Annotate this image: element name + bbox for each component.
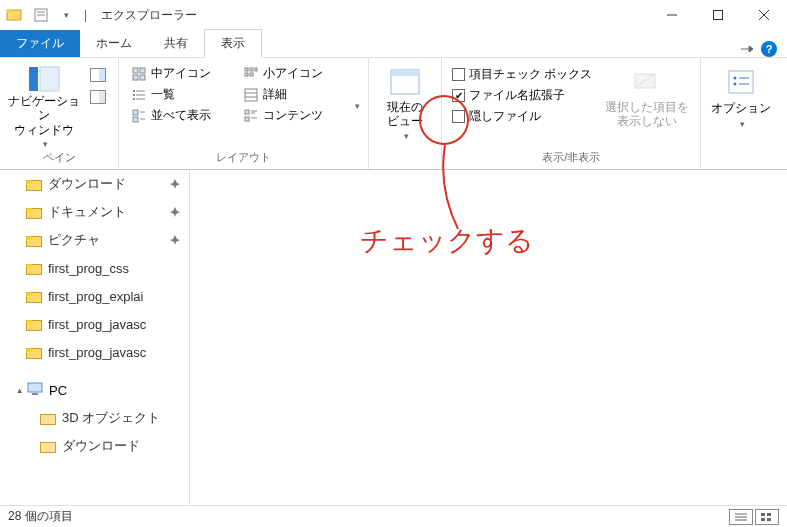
layout-more-icon[interactable]: ▾: [355, 101, 360, 111]
sidebar-item[interactable]: ダウンロード: [0, 170, 189, 198]
sidebar-item-label: ピクチャ: [48, 231, 100, 249]
checkbox-hidden-files-label: 隠しファイル: [469, 108, 541, 125]
navigation-sidebar[interactable]: ダウンロードドキュメントピクチャfirst_prog_cssfirst_prog…: [0, 170, 190, 505]
tab-view[interactable]: 表示: [204, 29, 262, 58]
sidebar-pc-label: PC: [49, 383, 67, 398]
navigation-pane-label: ナビゲーション ウィンドウ: [8, 94, 80, 137]
folder-icon: [26, 344, 42, 360]
qat-dropdown[interactable]: ▾: [54, 4, 76, 26]
hide-selected-icon: [631, 66, 663, 98]
current-view-icon: [389, 66, 421, 98]
preview-pane-icon: [90, 67, 106, 83]
svg-rect-74: [761, 518, 765, 521]
svg-rect-52: [27, 180, 33, 183]
sidebar-item[interactable]: ドキュメント: [0, 198, 189, 226]
ribbon-group-options: オプション▾: [701, 58, 781, 169]
layout-list-label: 一覧: [151, 86, 175, 103]
current-view-button[interactable]: 現在の ビュー▾: [377, 64, 433, 147]
options-label: オプション: [711, 100, 771, 117]
layout-content-button[interactable]: コンテンツ: [239, 106, 349, 125]
ribbon-group-layout: 中アイコン 小アイコン 一覧 詳細: [119, 58, 369, 169]
titlebar: ▾ | エクスプローラー: [0, 0, 787, 30]
window-title: エクスプローラー: [101, 7, 197, 24]
sidebar-item-label: first_prog_css: [48, 261, 129, 276]
ribbon-group-layout-label: レイアウト: [119, 150, 368, 165]
main-pane[interactable]: [190, 170, 787, 505]
maximize-button[interactable]: [695, 0, 741, 30]
svg-rect-17: [133, 75, 138, 80]
sidebar-item-label: first_prog_javasc: [48, 345, 146, 360]
layout-list-button[interactable]: 一覧: [127, 85, 237, 104]
svg-rect-68: [41, 442, 56, 452]
tab-share[interactable]: 共有: [148, 30, 204, 57]
sidebar-item[interactable]: first_prog_javasc: [0, 338, 189, 366]
checkbox-file-extensions[interactable]: ✔ ファイル名拡張子: [450, 85, 594, 106]
view-details-button[interactable]: [729, 509, 753, 525]
pin-icon: [169, 178, 181, 190]
details-pane-button[interactable]: [86, 88, 110, 106]
folder-icon: [26, 316, 42, 332]
svg-rect-73: [767, 513, 771, 516]
help-icon[interactable]: ?: [761, 41, 777, 57]
svg-rect-21: [255, 68, 257, 71]
hide-selected-button[interactable]: 選択した項目を 表示しない: [602, 64, 692, 147]
svg-point-47: [734, 77, 737, 80]
quick-access-toolbar: ▾: [30, 4, 76, 26]
folder-icon: [26, 260, 42, 276]
qat-properties-button[interactable]: [30, 4, 52, 26]
view-icons-button[interactable]: [755, 509, 779, 525]
layout-small-button[interactable]: 小アイコン: [239, 64, 349, 83]
svg-rect-23: [250, 73, 253, 76]
tab-home[interactable]: ホーム: [80, 30, 148, 57]
layout-tiles-button[interactable]: 並べて表示: [127, 106, 237, 125]
pin-icon: [169, 206, 181, 218]
folder-icon: [26, 232, 42, 248]
preview-pane-button[interactable]: [86, 66, 110, 84]
svg-rect-43: [391, 70, 419, 76]
svg-rect-18: [140, 75, 145, 80]
sidebar-item[interactable]: 3D オブジェクト: [0, 404, 189, 432]
ribbon: ナビゲーション ウィンドウ▾ ペイン 中アイコン 小アイコン: [0, 58, 787, 170]
svg-rect-19: [245, 68, 248, 71]
content-icon: [243, 108, 259, 124]
sidebar-item[interactable]: first_prog_css: [0, 254, 189, 282]
layout-details-label: 詳細: [263, 86, 287, 103]
svg-point-49: [734, 83, 737, 86]
status-item-count: 28 個の項目: [8, 508, 73, 525]
ribbon-group-current-view: 現在の ビュー▾: [369, 58, 442, 169]
svg-rect-40: [245, 117, 249, 121]
minimize-button[interactable]: [649, 0, 695, 30]
svg-rect-29: [133, 98, 135, 100]
svg-rect-20: [250, 68, 253, 71]
options-button[interactable]: オプション▾: [709, 64, 773, 147]
navigation-pane-button[interactable]: ナビゲーション ウィンドウ▾: [8, 64, 80, 147]
layout-medium-button[interactable]: 中アイコン: [127, 64, 237, 83]
details-icon: [243, 87, 259, 103]
folder-icon: [26, 176, 42, 192]
sidebar-item[interactable]: ピクチャ: [0, 226, 189, 254]
layout-details-button[interactable]: 詳細: [239, 85, 349, 104]
list-icon: [131, 87, 147, 103]
svg-rect-16: [140, 68, 145, 73]
sidebar-item-label: ドキュメント: [48, 203, 126, 221]
pin-ribbon-icon[interactable]: [739, 41, 755, 57]
sidebar-item[interactable]: ダウンロード: [0, 432, 189, 460]
sidebar-item-label: first_prog_javasc: [48, 317, 146, 332]
checkbox-icon: [452, 110, 465, 123]
svg-rect-56: [27, 236, 33, 239]
checkbox-item-boxes[interactable]: 項目チェック ボックス: [450, 64, 594, 85]
ribbon-group-show-hide: 項目チェック ボックス ✔ ファイル名拡張子 隠しファイル 選択した項目を 表示…: [442, 58, 701, 169]
sidebar-item-label: first_prog_explai: [48, 289, 143, 304]
layout-content-label: コンテンツ: [263, 107, 323, 124]
close-button[interactable]: [741, 0, 787, 30]
statusbar: 28 個の項目: [0, 505, 787, 527]
svg-rect-37: [245, 110, 249, 114]
sidebar-item[interactable]: first_prog_explai: [0, 282, 189, 310]
folder-icon: [26, 288, 42, 304]
sidebar-item[interactable]: first_prog_javasc: [0, 310, 189, 338]
checkbox-hidden-files[interactable]: 隠しファイル: [450, 106, 594, 127]
pin-icon: [169, 234, 181, 246]
ribbon-group-pane-label: ペイン: [0, 150, 118, 165]
tab-file[interactable]: ファイル: [0, 30, 80, 57]
sidebar-pc[interactable]: ▸ PC: [0, 376, 189, 404]
